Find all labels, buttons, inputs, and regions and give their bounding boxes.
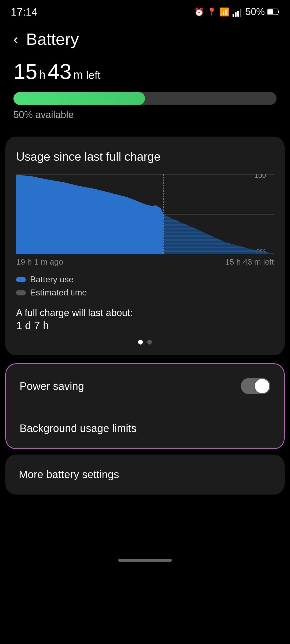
battery-progress-bar (13, 92, 277, 105)
toggle-thumb (255, 379, 269, 393)
full-charge-info: A full charge will last about: 1 d 7 h (16, 307, 274, 332)
background-usage-row[interactable]: Background usage limits (6, 408, 284, 448)
settings-section: Power saving Background usage limits (5, 363, 285, 449)
minute-unit: m (73, 68, 83, 82)
usage-card: Usage since last full charge 100 0% (5, 137, 285, 355)
legend-battery-label: Battery use (30, 275, 74, 284)
svg-rect-0 (233, 14, 234, 17)
nav-bar (0, 554, 290, 572)
battery-minutes: 43 (48, 59, 71, 84)
legend-battery-use: Battery use (16, 275, 274, 284)
location-icon: 📍 (207, 7, 217, 17)
svg-rect-6 (268, 9, 273, 14)
battery-hours: 15 (13, 59, 37, 84)
nav-handle (118, 559, 172, 562)
full-charge-label: A full charge will last about: (16, 307, 274, 319)
hour-unit: h (39, 68, 45, 82)
battery-progress-fill (13, 92, 145, 105)
battery-chart-svg: 100 0% (16, 174, 274, 255)
svg-rect-3 (240, 9, 241, 17)
battery-percent-status: 50% (245, 6, 265, 17)
svg-rect-2 (237, 11, 239, 17)
more-settings-label: More battery settings (19, 469, 119, 481)
power-saving-label: Power saving (20, 380, 84, 392)
page-dots (16, 340, 274, 345)
dot-2 (147, 340, 152, 345)
battery-time-display: 15 h 43 m left (13, 59, 277, 84)
more-settings-row[interactable]: More battery settings (5, 455, 285, 495)
background-usage-label: Background usage limits (20, 422, 137, 434)
battery-chart: 100 0% (16, 174, 274, 255)
chart-labels: 19 h 1 m ago 15 h 43 m left (16, 257, 274, 266)
header: ‹ Battery (0, 21, 290, 54)
power-saving-row[interactable]: Power saving (6, 364, 284, 408)
power-saving-card[interactable]: Power saving Background usage limits (5, 363, 285, 449)
battery-left-label: left (86, 69, 100, 81)
back-button[interactable]: ‹ (11, 32, 21, 46)
legend-estimated-time: Estimated time (16, 288, 274, 298)
status-bar: 17:14 ⏰ 📍 📶 50% (0, 0, 290, 21)
battery-icon-status (267, 8, 279, 16)
page-title: Battery (26, 30, 79, 49)
chart-label-start: 19 h 1 m ago (16, 257, 63, 266)
usage-card-title: Usage since last full charge (16, 150, 274, 163)
svg-text:100: 100 (255, 174, 266, 179)
signal-icon (232, 6, 243, 17)
legend-battery-dot (16, 277, 26, 282)
battery-level-section: 15 h 43 m left 50% available (0, 54, 290, 131)
wifi-icon: 📶 (219, 7, 229, 17)
power-saving-toggle[interactable] (241, 378, 270, 394)
legend-estimated-label: Estimated time (30, 288, 87, 298)
dot-1 (138, 340, 143, 345)
status-time: 17:14 (11, 6, 38, 18)
chart-legend: Battery use Estimated time (16, 275, 274, 298)
battery-available-label: 50% available (13, 109, 277, 120)
status-icons: ⏰ 📍 📶 50% (194, 6, 279, 17)
legend-estimated-dot (16, 290, 26, 295)
alarm-icon: ⏰ (194, 7, 204, 17)
svg-rect-5 (278, 10, 279, 13)
full-charge-value: 1 d 7 h (16, 320, 274, 332)
chart-label-end: 15 h 43 m left (225, 257, 274, 266)
more-settings-card[interactable]: More battery settings (5, 455, 285, 495)
svg-rect-1 (235, 12, 237, 17)
